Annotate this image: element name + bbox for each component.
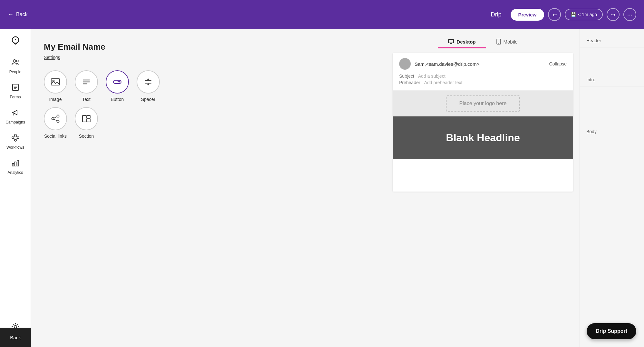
- svg-point-36: [52, 118, 54, 120]
- sidebar-item-people-label: People: [9, 70, 21, 74]
- forms-icon: [11, 83, 20, 94]
- preheader-label: Preheader: [399, 80, 420, 85]
- save-button[interactable]: 💾 < 1m ago: [565, 9, 603, 20]
- spacer-block-label: Spacer: [141, 97, 155, 102]
- sidebar-item-forms[interactable]: Forms: [3, 80, 28, 103]
- top-bar-actions: Drip Preview ↩ 💾 < 1m ago ↪ ···: [491, 8, 637, 21]
- headline-text: Blank Headline: [400, 132, 565, 144]
- email-card: Sam,<sam.davies@drip.com> Collapse Subje…: [393, 53, 573, 192]
- drip-support-button[interactable]: Drip Support: [587, 323, 636, 339]
- svg-rect-17: [12, 164, 14, 166]
- more-button[interactable]: ···: [623, 8, 636, 21]
- subject-label: Subject: [399, 74, 414, 79]
- logo[interactable]: [8, 34, 23, 50]
- bottom-back-label: Back: [10, 335, 21, 340]
- sidebar-item-forms-label: Forms: [10, 95, 21, 99]
- collapse-button[interactable]: Collapse: [549, 61, 567, 66]
- desktop-icon: [448, 39, 454, 45]
- sender-name: Sam,<sam.davies@drip.com>: [415, 61, 479, 67]
- block-text[interactable]: Text: [75, 70, 98, 102]
- block-spacer[interactable]: Spacer: [137, 70, 160, 102]
- blocks-grid: Image Text Button Spacer: [44, 70, 373, 102]
- block-image[interactable]: Image: [44, 70, 67, 102]
- sidebar-item-analytics[interactable]: Analytics: [3, 155, 28, 178]
- back-label: Back: [16, 12, 28, 17]
- block-social[interactable]: Social links: [44, 107, 67, 139]
- section-header: Header: [580, 34, 644, 47]
- block-button[interactable]: Button: [106, 70, 129, 102]
- section-block-icon: [75, 107, 98, 130]
- svg-point-9: [12, 137, 14, 139]
- sender-info: Sam,<sam.davies@drip.com>: [399, 58, 479, 70]
- drip-logo-icon: [9, 35, 22, 48]
- svg-rect-42: [87, 119, 90, 122]
- undo-button[interactable]: ↩: [548, 8, 561, 21]
- text-block-label: Text: [82, 97, 91, 102]
- save-icon: 💾: [571, 12, 576, 17]
- sidebar-item-workflows-label: Workflows: [6, 145, 24, 150]
- avatar: [399, 58, 411, 70]
- sections-panel: Header Intro Body: [580, 29, 644, 347]
- svg-line-14: [16, 136, 17, 137]
- desktop-tab-label: Desktop: [457, 39, 476, 45]
- back-button[interactable]: ← Back: [8, 11, 28, 18]
- svg-rect-43: [448, 39, 454, 43]
- redo-button[interactable]: ↪: [607, 8, 620, 21]
- svg-line-13: [14, 136, 15, 137]
- svg-point-2: [13, 60, 16, 62]
- section-body: Body: [580, 125, 644, 138]
- svg-rect-41: [87, 115, 90, 118]
- main-layout: People Forms Campaigns Workflows Analyti: [0, 29, 644, 347]
- analytics-icon: [11, 159, 20, 169]
- sidebar-item-analytics-label: Analytics: [7, 170, 23, 175]
- subject-row: Subject Add a subject: [399, 74, 567, 79]
- sidebar-nav: People Forms Campaigns Workflows Analyti: [0, 29, 31, 347]
- top-bar: ← Back Drip Preview ↩ 💾 < 1m ago ↪ ···: [0, 0, 644, 29]
- social-block-label: Social links: [44, 134, 67, 139]
- workflows-icon: [11, 134, 20, 144]
- image-block-label: Image: [49, 97, 62, 102]
- headline-section[interactable]: Blank Headline: [393, 116, 573, 159]
- settings-link[interactable]: Settings: [44, 55, 60, 60]
- desktop-tab[interactable]: Desktop: [438, 35, 486, 48]
- social-block-icon: [44, 107, 67, 130]
- svg-line-38: [54, 117, 57, 118]
- save-label: < 1m ago: [578, 12, 597, 17]
- svg-line-16: [16, 138, 17, 140]
- device-toggle: Desktop Mobile: [386, 35, 580, 48]
- subject-value[interactable]: Add a subject: [418, 74, 446, 79]
- svg-rect-21: [51, 79, 60, 85]
- sidebar-item-campaigns-label: Campaigns: [5, 120, 25, 124]
- mobile-icon: [496, 39, 501, 45]
- body-section[interactable]: [393, 159, 573, 192]
- svg-marker-34: [147, 84, 149, 85]
- svg-point-37: [57, 120, 59, 123]
- back-arrow-icon: ←: [8, 11, 14, 18]
- undo-icon: ↩: [553, 12, 557, 18]
- image-block-icon: [44, 70, 67, 94]
- section-intro: Intro: [580, 73, 644, 86]
- spacer-block-icon: [137, 70, 160, 94]
- block-section[interactable]: Section: [75, 107, 98, 139]
- svg-point-3: [16, 60, 18, 62]
- svg-point-47: [498, 43, 499, 44]
- sidebar-item-people[interactable]: People: [3, 55, 28, 77]
- svg-line-15: [14, 138, 15, 140]
- button-block-icon: [106, 70, 129, 94]
- editor-panel: My Email Name Settings Image Text: [31, 29, 386, 347]
- preview-panel: Desktop Mobile Sam,<sam.davies@drip.com>…: [386, 29, 580, 347]
- section-block-label: Section: [79, 134, 94, 139]
- logo-placeholder-area[interactable]: Place your logo here: [393, 91, 573, 116]
- mobile-tab-label: Mobile: [504, 39, 518, 45]
- preheader-value[interactable]: Add preheader text: [424, 80, 462, 85]
- logo-placeholder-text: Place your logo here: [446, 95, 520, 112]
- bottom-back-button[interactable]: Back: [0, 328, 31, 347]
- sidebar-item-workflows[interactable]: Workflows: [3, 130, 28, 153]
- sidebar-item-campaigns[interactable]: Campaigns: [3, 105, 28, 128]
- people-icon: [11, 58, 20, 68]
- preheader-row: Preheader Add preheader text: [399, 80, 567, 85]
- text-block-icon: [75, 70, 98, 94]
- preview-button[interactable]: Preview: [511, 9, 544, 21]
- mobile-tab[interactable]: Mobile: [486, 35, 528, 48]
- button-block-label: Button: [111, 97, 124, 102]
